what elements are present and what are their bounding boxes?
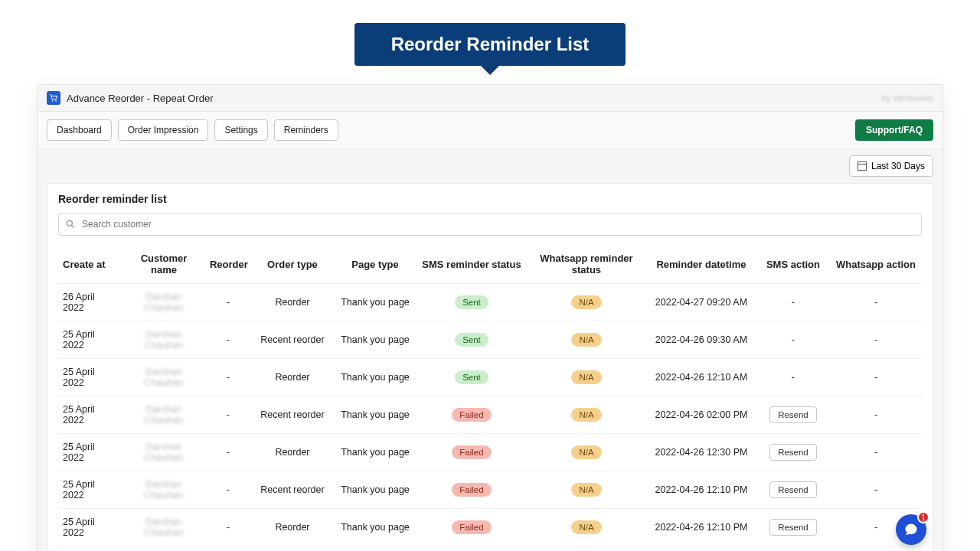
table-cell: Sent [416,284,527,321]
filter-row: Last 30 Days [38,149,942,183]
table-cell: N/A [527,396,646,434]
customer-name-blurred: Darshan Chauhan [145,292,184,313]
nav-bar: Dashboard Order Impression Settings Remi… [38,112,942,149]
whatsapp-status-badge: N/A [571,333,601,347]
nav-reminders[interactable]: Reminders [274,119,338,141]
whatsapp-status-badge: N/A [571,445,601,459]
table-row: 25 April 2022Darshan Chauhan-Recent reor… [58,321,922,359]
table-cell: Resend [756,509,830,546]
table-cell: Thank you page [334,471,416,509]
table-cell: 25 April 2022 [58,396,122,434]
table-cell: - [830,396,922,434]
table-cell: Resend [756,434,830,471]
app-title: Advance Reorder - Repeat Order [67,93,213,104]
table-cell: - [756,284,830,321]
table-cell: - [205,434,251,471]
table-cell: - [830,434,922,471]
table-cell: Darshan Chauhan [122,396,205,434]
resend-sms-button[interactable]: Resend [769,519,817,536]
table-cell: 25 April 2022 [58,321,122,359]
nav-settings[interactable]: Settings [214,119,267,141]
table-cell: N/A [527,284,646,321]
table-cell: Thank you page [334,359,416,396]
table-cell: Recent reorder [251,321,334,359]
table-cell: Thank you page [334,434,416,471]
table-cell: Darshan Chauhan [122,321,205,359]
table-cell: 25 April 2022 [58,471,122,509]
table-cell: - [205,359,251,396]
table-row: 25 April 2022Darshan Chauhan-ReorderThan… [58,359,922,396]
sms-status-badge: Failed [452,483,491,497]
svg-line-3 [71,225,74,227]
table-cell: Resend [756,546,830,552]
table-cell: 25 April 2022 [58,359,122,396]
search-input[interactable] [82,217,915,232]
table-cell: N/A [527,359,646,396]
table-cell: - [830,359,922,396]
table-row: 26 April 2022Darshan Chauhan-ReorderThan… [58,284,922,321]
nav-dashboard[interactable]: Dashboard [47,119,112,141]
resend-sms-button[interactable]: Resend [769,444,817,461]
resend-sms-button[interactable]: Resend [769,481,817,498]
table-row: 25 April 2022Darshan Chauhan-ReorderThan… [58,509,922,546]
calendar-icon [858,161,867,171]
table-cell: Thank you page [334,321,416,359]
search-icon [65,219,76,230]
table-cell: - [205,284,251,321]
svg-point-2 [67,220,72,226]
whatsapp-status-badge: N/A [571,295,601,309]
table-cell: Darshan Chauhan [122,434,205,471]
table-cell: - [205,396,251,434]
table-cell: - [830,546,922,552]
panel-title: Reorder reminder list [58,193,922,205]
table-cell: Darshan Chauhan [122,546,205,552]
col-sms-status: SMS reminder status [416,245,527,284]
app-logo-icon [47,91,60,105]
customer-name-blurred: Darshan Chauhan [145,329,184,350]
whatsapp-status-badge: N/A [571,408,601,422]
table-cell: 25 April 2022 [58,546,122,552]
table-cell: 2022-04-26 12:10 PM [646,509,756,546]
date-range-filter[interactable]: Last 30 Days [849,155,933,177]
table-cell: 2022-04-26 12:10 AM [646,359,756,396]
table-cell: - [205,546,251,552]
table-cell: Reorder [251,434,334,471]
table-cell: Reorder [251,359,334,396]
table-cell: Reorder [251,509,334,546]
table-cell: 2022-04-26 02:00 PM [646,396,756,434]
table-row: 25 April 2022Darshan Chauhan-Recent reor… [58,471,922,509]
table-cell: Failed [416,396,527,434]
reminder-panel: Reorder reminder list Create at Customer… [47,183,933,551]
table-cell: Darshan Chauhan [122,471,205,509]
sms-status-badge: Failed [452,520,491,534]
table-cell: - [756,359,830,396]
customer-name-blurred: Darshan Chauhan [145,442,184,463]
table-row: 25 April 2022Darshan Chauhan-ReorderThan… [58,546,922,552]
col-customer-name: Customer name [122,245,205,284]
resend-sms-button[interactable]: Resend [769,406,817,423]
table-cell: 25 April 2022 [58,509,122,546]
support-faq-button[interactable]: Support/FAQ [855,119,933,141]
table-cell: Resend [756,471,830,509]
table-cell: Darshan Chauhan [122,359,205,396]
chat-fab[interactable]: 1 [896,514,926,545]
table-cell: 2022-04-26 09:30 AM [646,321,756,359]
app-credit: by Identixweb [882,93,933,103]
table-cell: - [756,321,830,359]
col-reminder-dt: Reminder datetime [646,245,756,284]
table-cell: 25 April 2022 [58,434,122,471]
col-sms-action: SMS action [756,245,830,284]
table-cell: Recent reorder [251,396,334,434]
whatsapp-status-badge: N/A [571,370,601,384]
table-cell: Recent reorder [251,471,334,509]
whatsapp-status-badge: N/A [571,520,601,534]
table-cell: 26 April 2022 [58,284,122,321]
svg-point-1 [56,101,57,102]
table-cell: 2022-04-26 12:00 AM [646,546,756,552]
table-cell: 2022-04-27 09:20 AM [646,284,756,321]
table-cell: - [830,321,922,359]
sms-status-badge: Failed [452,408,491,422]
nav-order-impression[interactable]: Order Impression [118,119,209,141]
table-cell: N/A [527,546,646,552]
table-cell: Failed [416,509,527,546]
